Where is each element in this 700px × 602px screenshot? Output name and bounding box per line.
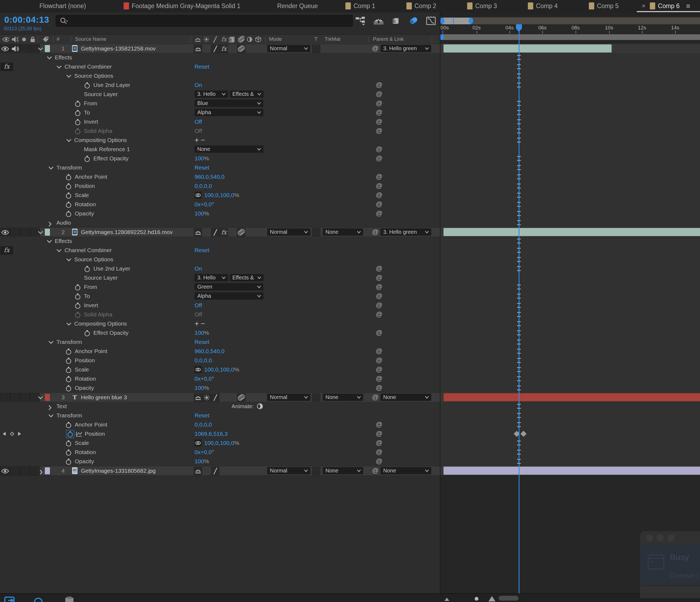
property-value[interactable]: On xyxy=(195,80,202,89)
parent-select[interactable]: 3. Hello green xyxy=(380,228,431,236)
property-row-anchor-point[interactable]: Anchor Point960,0,540,0@ xyxy=(0,346,440,356)
parent-pickwhip-icon[interactable]: @ xyxy=(372,45,379,52)
property-label[interactable]: Rotation xyxy=(75,374,96,383)
expand-group-icon[interactable] xyxy=(48,405,52,410)
stopwatch-icon[interactable] xyxy=(65,449,72,456)
audio-toggle[interactable] xyxy=(10,228,20,237)
group-label[interactable]: Source Options xyxy=(74,71,113,80)
property-label[interactable]: Invert xyxy=(84,301,98,310)
expression-pickwhip-icon[interactable]: @ xyxy=(376,366,383,373)
solo-icon[interactable] xyxy=(21,36,27,43)
property-value[interactable]: 0x+0,0° xyxy=(195,448,214,457)
property-row-scale[interactable]: Scale100,0,100,0%@ xyxy=(0,438,440,448)
expression-pickwhip-icon[interactable]: @ xyxy=(376,91,383,97)
group-row-audio[interactable]: Audio xyxy=(0,218,440,227)
collapse-group-icon[interactable] xyxy=(47,240,52,243)
reset-link[interactable]: Reset xyxy=(195,163,209,172)
property-label[interactable]: Solid Alpha xyxy=(84,310,112,319)
blend-mode-select[interactable]: Normal xyxy=(267,45,310,52)
t-switch[interactable] xyxy=(312,45,320,53)
property-label[interactable]: Use 2nd Layer xyxy=(93,264,130,273)
expression-pickwhip-icon[interactable]: @ xyxy=(376,210,383,217)
fx-switch[interactable]: fx xyxy=(220,45,228,53)
property-value[interactable]: 0x+0,0° xyxy=(195,200,214,209)
property-row-opacity[interactable]: Opacity100%@ xyxy=(0,457,440,466)
keyframe-icon[interactable] xyxy=(521,431,527,437)
tab-render-queue[interactable]: Render Queue xyxy=(277,0,318,12)
frame-blending-icon[interactable] xyxy=(391,15,402,26)
expression-pickwhip-icon[interactable]: @ xyxy=(376,292,383,299)
layer-color-swatch[interactable] xyxy=(45,467,50,474)
stopwatch-icon[interactable] xyxy=(65,385,72,391)
motion-blur-icon[interactable] xyxy=(408,15,419,26)
expression-pickwhip-icon[interactable]: @ xyxy=(376,127,383,134)
expression-pickwhip-icon[interactable]: @ xyxy=(376,81,383,88)
property-label[interactable]: Solid Alpha xyxy=(84,126,112,135)
property-value[interactable]: 0x+0,0° xyxy=(195,374,214,383)
panel-menu-icon[interactable]: ≡ xyxy=(686,2,690,10)
property-row-position[interactable]: Position1069,6,516,3@ xyxy=(0,429,440,439)
group-label[interactable]: Effects xyxy=(55,53,72,62)
property-label[interactable]: Use 2nd Layer xyxy=(93,80,130,89)
property-row-anchor-point[interactable]: Anchor Point0,0,0,0@ xyxy=(0,420,440,430)
stopwatch-icon[interactable] xyxy=(84,330,91,336)
property-label[interactable]: Mask Reference 1 xyxy=(84,145,130,153)
previous-keyframe-icon[interactable] xyxy=(2,432,6,436)
property-label[interactable]: Position xyxy=(75,356,95,365)
add-remove-icons[interactable]: +− xyxy=(195,136,207,144)
property-label[interactable]: Effect Opacity xyxy=(93,154,128,163)
property-label[interactable]: To xyxy=(84,292,90,300)
property-row-rotation[interactable]: Rotation0x+0,0°@ xyxy=(0,200,440,209)
stopwatch-icon[interactable] xyxy=(67,431,73,437)
property-label[interactable]: Scale xyxy=(75,365,89,374)
3d-icon[interactable] xyxy=(255,36,262,43)
expand-transfer-controls-icon[interactable] xyxy=(4,597,17,602)
property-row-scale[interactable]: Scale100,0,100,0%@ xyxy=(0,191,440,200)
stopwatch-icon[interactable] xyxy=(74,312,81,318)
stopwatch-icon[interactable] xyxy=(65,348,72,355)
property-label[interactable]: Scale xyxy=(75,438,89,447)
constrain-proportions-icon[interactable] xyxy=(195,439,202,447)
animate-menu-icon[interactable] xyxy=(257,403,263,409)
group-row-transform[interactable]: TransformReset xyxy=(0,411,440,420)
property-value[interactable]: 1069,6,516,3 xyxy=(195,429,228,438)
quality-switch[interactable] xyxy=(211,393,219,402)
property-row-solid-alpha[interactable]: Solid AlphaOff@ xyxy=(0,126,440,136)
quality-switch[interactable] xyxy=(211,228,219,237)
tab-comp-6[interactable]: ×Comp 6≡ xyxy=(642,0,690,12)
quality-switch[interactable] xyxy=(211,45,219,53)
group-label[interactable]: Compositing Options xyxy=(74,136,127,144)
reset-link[interactable]: Reset xyxy=(195,411,209,420)
group-row-text[interactable]: TextAnimate: xyxy=(0,402,440,411)
property-row-invert[interactable]: InvertOff@ xyxy=(0,301,440,310)
property-label[interactable]: Opacity xyxy=(75,209,94,218)
collapse-group-icon[interactable] xyxy=(66,74,72,78)
stopwatch-icon[interactable] xyxy=(65,192,72,199)
draft-3d-icon[interactable] xyxy=(373,15,384,26)
group-label[interactable]: Compositing Options xyxy=(74,319,127,328)
property-value[interactable]: On xyxy=(195,264,202,273)
expression-pickwhip-icon[interactable]: @ xyxy=(376,283,383,290)
expand-inout-icon[interactable] xyxy=(33,597,44,602)
layer-duration-bar[interactable] xyxy=(443,44,612,53)
property-value[interactable]: Off xyxy=(195,126,202,135)
source-channel-select[interactable]: Effects & xyxy=(230,274,264,281)
solo-toggle[interactable] xyxy=(20,44,30,53)
expression-pickwhip-icon[interactable]: @ xyxy=(376,458,383,464)
property-value[interactable]: 0,0,0,0 xyxy=(195,182,212,190)
property-row-use-2nd-layer[interactable]: Use 2nd LayerOn@ xyxy=(0,264,440,273)
expand-layer-icon[interactable] xyxy=(40,469,43,475)
expression-pickwhip-icon[interactable]: @ xyxy=(376,265,383,272)
group-row-compositing-options[interactable]: Compositing Options+− xyxy=(0,136,440,145)
property-value[interactable]: 0,0,0,0 xyxy=(195,356,212,365)
current-time-display[interactable]: 0:00:04:13 xyxy=(4,15,49,25)
timeline-zoom-slider[interactable] xyxy=(474,597,479,602)
property-label[interactable]: Scale xyxy=(75,191,89,199)
expression-pickwhip-icon[interactable]: @ xyxy=(376,145,383,152)
property-row-effect-opacity[interactable]: Effect Opacity100%@ xyxy=(0,328,440,338)
collapse-group-icon[interactable] xyxy=(47,56,52,59)
composition-mini-flowchart-icon[interactable] xyxy=(355,15,366,26)
property-value[interactable]: 960,0,540,0 xyxy=(195,346,225,356)
collapse-group-icon[interactable] xyxy=(48,166,54,170)
property-label[interactable]: Invert xyxy=(84,117,98,126)
